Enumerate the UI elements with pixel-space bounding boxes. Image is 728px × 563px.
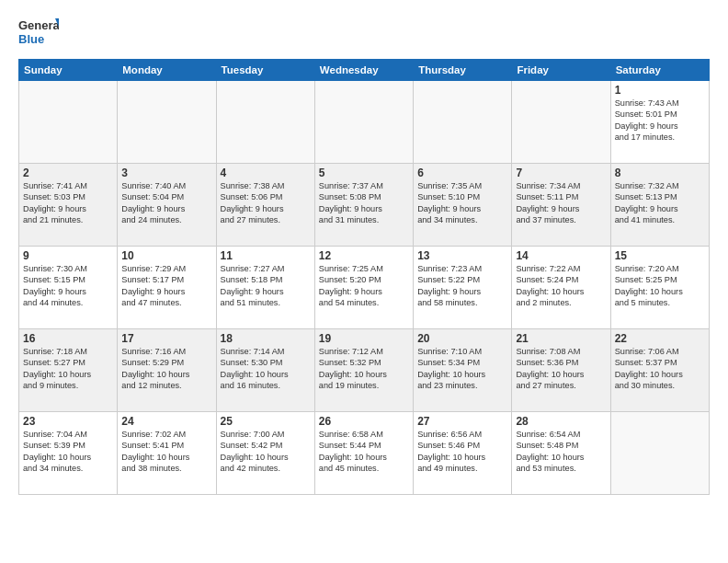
day-info: Sunrise: 7:12 AM Sunset: 5:32 PM Dayligh… xyxy=(319,346,409,392)
day-info: Sunrise: 7:23 AM Sunset: 5:22 PM Dayligh… xyxy=(417,263,507,309)
day-number: 9 xyxy=(23,249,113,262)
calendar-header-sunday: Sunday xyxy=(19,60,118,81)
calendar-header-wednesday: Wednesday xyxy=(314,60,413,81)
calendar-header-friday: Friday xyxy=(512,60,610,81)
calendar-cell xyxy=(19,81,118,164)
calendar-cell: 1Sunrise: 7:43 AM Sunset: 5:01 PM Daylig… xyxy=(610,81,709,164)
day-number: 2 xyxy=(23,167,113,179)
day-number: 11 xyxy=(221,249,311,262)
calendar-cell xyxy=(314,81,413,164)
day-number: 22 xyxy=(615,332,705,345)
calendar-cell: 24Sunrise: 7:02 AM Sunset: 5:41 PM Dayli… xyxy=(118,412,216,495)
day-number: 12 xyxy=(319,249,409,262)
calendar-header-saturday: Saturday xyxy=(610,60,709,81)
calendar-cell: 14Sunrise: 7:22 AM Sunset: 5:24 PM Dayli… xyxy=(512,247,610,329)
calendar-cell xyxy=(216,81,314,164)
svg-text:Blue: Blue xyxy=(18,32,44,46)
day-info: Sunrise: 7:37 AM Sunset: 5:08 PM Dayligh… xyxy=(319,180,409,226)
calendar-week-5: 23Sunrise: 7:04 AM Sunset: 5:39 PM Dayli… xyxy=(19,412,710,495)
day-info: Sunrise: 7:20 AM Sunset: 5:25 PM Dayligh… xyxy=(615,263,705,309)
day-info: Sunrise: 7:06 AM Sunset: 5:37 PM Dayligh… xyxy=(615,346,705,392)
day-number: 20 xyxy=(417,332,507,345)
logo-svg: General Blue xyxy=(18,15,59,50)
day-info: Sunrise: 7:14 AM Sunset: 5:30 PM Dayligh… xyxy=(221,346,311,392)
day-info: Sunrise: 6:56 AM Sunset: 5:46 PM Dayligh… xyxy=(417,429,507,475)
calendar-cell: 8Sunrise: 7:32 AM Sunset: 5:13 PM Daylig… xyxy=(610,164,709,247)
day-number: 23 xyxy=(23,415,113,428)
day-number: 1 xyxy=(615,84,705,97)
day-info: Sunrise: 7:41 AM Sunset: 5:03 PM Dayligh… xyxy=(23,180,113,226)
day-info: Sunrise: 6:54 AM Sunset: 5:48 PM Dayligh… xyxy=(516,429,606,475)
calendar-cell: 16Sunrise: 7:18 AM Sunset: 5:27 PM Dayli… xyxy=(19,329,118,412)
calendar-header-thursday: Thursday xyxy=(414,60,512,81)
day-number: 24 xyxy=(121,415,211,428)
calendar-cell: 26Sunrise: 6:58 AM Sunset: 5:44 PM Dayli… xyxy=(314,412,413,495)
calendar-cell: 9Sunrise: 7:30 AM Sunset: 5:15 PM Daylig… xyxy=(19,247,118,329)
calendar-cell: 11Sunrise: 7:27 AM Sunset: 5:18 PM Dayli… xyxy=(216,247,314,329)
day-number: 17 xyxy=(121,332,211,345)
day-info: Sunrise: 7:35 AM Sunset: 5:10 PM Dayligh… xyxy=(417,180,507,226)
calendar-cell: 20Sunrise: 7:10 AM Sunset: 5:34 PM Dayli… xyxy=(414,329,512,412)
calendar-cell: 12Sunrise: 7:25 AM Sunset: 5:20 PM Dayli… xyxy=(314,247,413,329)
calendar-cell xyxy=(512,81,610,164)
day-info: Sunrise: 7:43 AM Sunset: 5:01 PM Dayligh… xyxy=(615,98,705,144)
day-number: 27 xyxy=(417,415,507,428)
calendar-cell: 23Sunrise: 7:04 AM Sunset: 5:39 PM Dayli… xyxy=(19,412,118,495)
day-number: 8 xyxy=(615,167,705,179)
day-number: 16 xyxy=(23,332,113,345)
day-info: Sunrise: 7:18 AM Sunset: 5:27 PM Dayligh… xyxy=(23,346,113,392)
calendar-cell xyxy=(610,412,709,495)
svg-text:General: General xyxy=(18,18,59,32)
calendar-week-1: 1Sunrise: 7:43 AM Sunset: 5:01 PM Daylig… xyxy=(19,81,710,164)
calendar-header-monday: Monday xyxy=(118,60,216,81)
calendar-cell: 2Sunrise: 7:41 AM Sunset: 5:03 PM Daylig… xyxy=(19,164,118,247)
day-number: 5 xyxy=(319,167,409,179)
day-number: 14 xyxy=(516,249,606,262)
page: General Blue SundayMondayTuesdayWednesda… xyxy=(0,0,728,563)
calendar-cell: 25Sunrise: 7:00 AM Sunset: 5:42 PM Dayli… xyxy=(216,412,314,495)
calendar-cell: 7Sunrise: 7:34 AM Sunset: 5:11 PM Daylig… xyxy=(512,164,610,247)
day-number: 18 xyxy=(221,332,311,345)
calendar-cell: 15Sunrise: 7:20 AM Sunset: 5:25 PM Dayli… xyxy=(610,247,709,329)
calendar-cell: 18Sunrise: 7:14 AM Sunset: 5:30 PM Dayli… xyxy=(216,329,314,412)
day-number: 10 xyxy=(121,249,211,262)
calendar-week-4: 16Sunrise: 7:18 AM Sunset: 5:27 PM Dayli… xyxy=(19,329,710,412)
day-number: 21 xyxy=(516,332,606,345)
day-number: 15 xyxy=(615,249,705,262)
calendar-cell: 17Sunrise: 7:16 AM Sunset: 5:29 PM Dayli… xyxy=(118,329,216,412)
day-info: Sunrise: 7:30 AM Sunset: 5:15 PM Dayligh… xyxy=(23,263,113,309)
calendar-cell: 3Sunrise: 7:40 AM Sunset: 5:04 PM Daylig… xyxy=(118,164,216,247)
day-info: Sunrise: 7:38 AM Sunset: 5:06 PM Dayligh… xyxy=(221,180,311,226)
calendar-table: SundayMondayTuesdayWednesdayThursdayFrid… xyxy=(18,59,710,495)
calendar-cell: 19Sunrise: 7:12 AM Sunset: 5:32 PM Dayli… xyxy=(314,329,413,412)
calendar-cell: 5Sunrise: 7:37 AM Sunset: 5:08 PM Daylig… xyxy=(314,164,413,247)
calendar-cell: 4Sunrise: 7:38 AM Sunset: 5:06 PM Daylig… xyxy=(216,164,314,247)
day-info: Sunrise: 7:29 AM Sunset: 5:17 PM Dayligh… xyxy=(121,263,211,309)
day-number: 19 xyxy=(319,332,409,345)
day-info: Sunrise: 6:58 AM Sunset: 5:44 PM Dayligh… xyxy=(319,429,409,475)
day-info: Sunrise: 7:16 AM Sunset: 5:29 PM Dayligh… xyxy=(121,346,211,392)
calendar-cell: 6Sunrise: 7:35 AM Sunset: 5:10 PM Daylig… xyxy=(414,164,512,247)
day-number: 26 xyxy=(319,415,409,428)
calendar-cell: 13Sunrise: 7:23 AM Sunset: 5:22 PM Dayli… xyxy=(414,247,512,329)
day-info: Sunrise: 7:02 AM Sunset: 5:41 PM Dayligh… xyxy=(121,429,211,475)
logo: General Blue xyxy=(18,15,59,50)
calendar-cell: 27Sunrise: 6:56 AM Sunset: 5:46 PM Dayli… xyxy=(414,412,512,495)
calendar-header-row: SundayMondayTuesdayWednesdayThursdayFrid… xyxy=(19,60,710,81)
day-info: Sunrise: 7:22 AM Sunset: 5:24 PM Dayligh… xyxy=(516,263,606,309)
calendar-cell: 21Sunrise: 7:08 AM Sunset: 5:36 PM Dayli… xyxy=(512,329,610,412)
day-number: 4 xyxy=(221,167,311,179)
day-info: Sunrise: 7:04 AM Sunset: 5:39 PM Dayligh… xyxy=(23,429,113,475)
calendar-cell: 10Sunrise: 7:29 AM Sunset: 5:17 PM Dayli… xyxy=(118,247,216,329)
calendar-cell xyxy=(118,81,216,164)
calendar-header-tuesday: Tuesday xyxy=(216,60,314,81)
day-info: Sunrise: 7:08 AM Sunset: 5:36 PM Dayligh… xyxy=(516,346,606,392)
day-number: 6 xyxy=(417,167,507,179)
day-info: Sunrise: 7:25 AM Sunset: 5:20 PM Dayligh… xyxy=(319,263,409,309)
day-number: 7 xyxy=(516,167,606,179)
day-info: Sunrise: 7:40 AM Sunset: 5:04 PM Dayligh… xyxy=(121,180,211,226)
day-info: Sunrise: 7:00 AM Sunset: 5:42 PM Dayligh… xyxy=(221,429,311,475)
calendar-cell: 22Sunrise: 7:06 AM Sunset: 5:37 PM Dayli… xyxy=(610,329,709,412)
day-info: Sunrise: 7:10 AM Sunset: 5:34 PM Dayligh… xyxy=(417,346,507,392)
calendar-cell xyxy=(414,81,512,164)
